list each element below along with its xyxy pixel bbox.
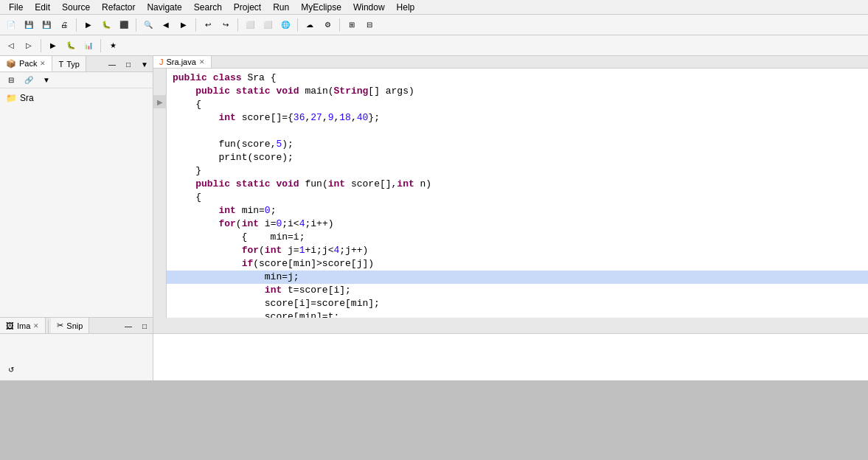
sep7 xyxy=(41,39,41,52)
stop-button[interactable]: ⬛ xyxy=(116,17,132,33)
debug2-button[interactable]: 🐛 xyxy=(63,38,79,54)
code-line-12: for(int i=0;i<4;i++) xyxy=(167,217,868,231)
gray-area xyxy=(0,380,868,460)
debug-button[interactable]: 🐛 xyxy=(98,17,114,33)
hierarchy-button[interactable]: ⬜ xyxy=(260,17,276,33)
views-button[interactable]: ⊟ xyxy=(361,17,378,33)
bottom-left: 🖼 Ima ✕ ✂ Snip — □ ↺ xyxy=(0,318,153,380)
pack-close[interactable]: ✕ xyxy=(40,60,46,67)
tab-ima[interactable]: 🖼 Ima ✕ xyxy=(0,318,46,333)
menu-window[interactable]: Window xyxy=(347,1,391,14)
editor-tabs: J Sra.java ✕ xyxy=(153,56,868,69)
code-line-3: { xyxy=(167,98,868,111)
refresh-bottom-btn[interactable]: ↺ xyxy=(3,361,19,377)
panel-toolbar: ⊟ 🔗 ▼ xyxy=(0,72,153,88)
code-line-4: int score[]={36,27,9,18,40}; xyxy=(167,111,868,125)
editor-close-btn[interactable]: ✕ xyxy=(199,58,205,66)
minimize-panel-btn[interactable]: — xyxy=(104,56,120,72)
myeclipse-btn[interactable]: ★ xyxy=(105,38,121,54)
back-button[interactable]: ◁ xyxy=(3,38,19,54)
code-line-14: for(int j=1+i;j<4;j++) xyxy=(167,244,868,257)
tab-ima-label: Ima xyxy=(17,321,30,330)
bottom-content: ↺ xyxy=(0,334,153,380)
menu-run[interactable]: Run xyxy=(267,1,295,14)
code-text-18: score[i]=score[min]; xyxy=(167,297,868,310)
bottom-right-panel xyxy=(153,318,868,380)
menu-refactor[interactable]: Refactor xyxy=(96,1,141,14)
code-text-4: int score[]={36,27,9,18,40}; xyxy=(167,111,868,125)
tree-sra-label: Sra xyxy=(20,93,34,103)
collapse-all-btn[interactable]: ⊟ xyxy=(3,72,19,88)
code-text-6: fun(score,5); xyxy=(167,138,868,151)
menu-source[interactable]: Source xyxy=(56,1,96,14)
code-line-17: int t=score[i]; xyxy=(167,284,868,297)
code-line-10: { xyxy=(167,191,868,204)
toolbar-row1: 📄 💾 💾 🖨 ▶ 🐛 ⬛ 🔍 ◀ ▶ ↩ ↪ ⬜ ⬜ 🌐 ☁ ⚙ ⊞ ⊟ xyxy=(0,15,868,35)
menu-project[interactable]: Project xyxy=(228,1,267,14)
code-text-10: { xyxy=(167,191,868,204)
maximize-bottom-btn[interactable]: □ xyxy=(136,318,153,334)
tab-pack-label: Pack xyxy=(19,59,37,68)
panel-tabs: 📦 Pack ✕ T Typ — □ ▼ xyxy=(0,56,153,72)
sep8 xyxy=(100,39,101,52)
search-button[interactable]: 🔍 xyxy=(140,17,156,33)
menu-file[interactable]: File xyxy=(3,1,29,14)
menu-myeclipse[interactable]: MyEclipse xyxy=(295,1,347,14)
code-line-9: public static void fun(int score[],int n… xyxy=(167,178,868,191)
editor-tab-sra[interactable]: J Sra.java ✕ xyxy=(153,56,212,68)
maximize-panel-btn[interactable]: □ xyxy=(120,56,136,72)
tab-snip[interactable]: ✂ Snip xyxy=(51,318,89,333)
code-text-3: { xyxy=(167,98,868,111)
code-text-5 xyxy=(167,125,868,138)
menu-help[interactable]: Help xyxy=(391,1,421,14)
deploy-button[interactable]: ☁ xyxy=(302,17,318,33)
bottom-right-content xyxy=(153,334,868,380)
code-line-6: fun(score,5); xyxy=(167,138,868,151)
new-button[interactable]: 📄 xyxy=(3,17,19,33)
panel-tab-spacer xyxy=(86,56,104,72)
code-text-16: min=j; xyxy=(167,271,868,284)
ima-icon: 🖼 xyxy=(6,321,14,330)
breakpoint-marker: ▶ xyxy=(153,95,167,108)
ima-close[interactable]: ✕ xyxy=(33,322,39,330)
profile-button[interactable]: 📊 xyxy=(80,38,97,54)
redo-button[interactable]: ↪ xyxy=(218,17,234,33)
run2-button[interactable]: ▶ xyxy=(45,38,61,54)
folder-icon: 📁 xyxy=(6,93,17,103)
tab-typ[interactable]: T Typ xyxy=(52,56,86,72)
bottom-sep xyxy=(48,320,49,333)
server-button[interactable]: ⚙ xyxy=(319,17,336,33)
forward-button[interactable]: ▷ xyxy=(21,38,37,54)
code-text-15: if(score[min]>score[j]) xyxy=(167,257,868,271)
next-button[interactable]: ▶ xyxy=(176,17,192,33)
code-line-2: public static void main(String[] args) xyxy=(167,85,868,98)
minimize-bottom-btn[interactable]: — xyxy=(120,318,136,334)
tree-sra[interactable]: 📁 Sra xyxy=(0,91,153,105)
dropdown-panel-btn[interactable]: ▼ xyxy=(136,56,153,72)
pack-icon: 📦 xyxy=(6,59,16,69)
tab-snip-label: Snip xyxy=(66,321,83,330)
web-button[interactable]: 🌐 xyxy=(277,17,294,33)
bottom-tab-spacer xyxy=(89,318,120,333)
prev-button[interactable]: ◀ xyxy=(158,17,174,33)
undo-button[interactable]: ↩ xyxy=(200,17,216,33)
tab-pack[interactable]: 📦 Pack ✕ xyxy=(0,56,52,72)
code-line-7: print(score); xyxy=(167,151,868,164)
editor-panel: J Sra.java ✕ ▶ public class Sra { xyxy=(153,56,868,317)
code-line-15: if(score[min]>score[j]) xyxy=(167,257,868,271)
tab-typ-label: Typ xyxy=(66,60,80,69)
main-area: 📦 Pack ✕ T Typ — □ ▼ ⊟ 🔗 ▼ 📁 Sra xyxy=(0,56,868,317)
open-type-button[interactable]: ⬜ xyxy=(242,17,258,33)
menu-edit[interactable]: Edit xyxy=(29,1,56,14)
save-all-button[interactable]: 💾 xyxy=(38,17,55,33)
code-line-18: score[i]=score[min]; xyxy=(167,297,868,310)
code-line-8: } xyxy=(167,164,868,178)
menu-navigate[interactable]: Navigate xyxy=(141,1,187,14)
link-editor-btn[interactable]: 🔗 xyxy=(21,72,37,88)
panel-menu-btn[interactable]: ▼ xyxy=(38,72,55,88)
save-button[interactable]: 💾 xyxy=(21,17,37,33)
perspective-button[interactable]: ⊞ xyxy=(344,17,360,33)
menu-search[interactable]: Search xyxy=(188,1,228,14)
print-button[interactable]: 🖨 xyxy=(56,17,72,33)
run-button[interactable]: ▶ xyxy=(80,17,97,33)
